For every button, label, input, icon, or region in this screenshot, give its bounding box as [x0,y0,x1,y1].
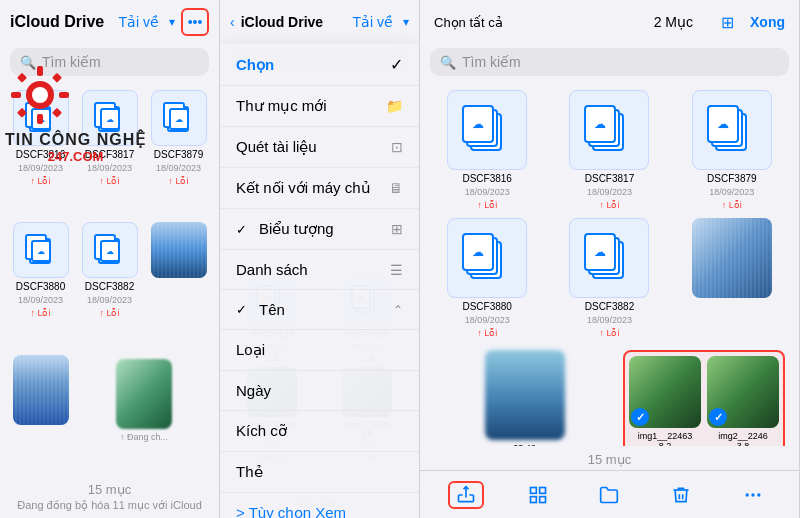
kich-co-label: Kích cỡ [236,422,287,440]
selected-files-group: ✓ img1__22463 8 2 22:47 ↑ Đang ch... ✓ i… [623,350,785,446]
file-date: 18/09/2023 [709,187,754,197]
file-date: 18/09/2023 [587,187,632,197]
right-count: 2 Mục [513,14,693,30]
list-item[interactable]: ☁ DSCF3816 18/09/2023 ↑ Lỗi [430,90,544,210]
file-status: ↑ Lỗi [168,176,188,186]
list-item[interactable]: ☁ DSCF3879 18/09/2023 ↑ Lỗi [148,90,209,214]
list-item[interactable] [675,218,789,338]
menu-item-thu-muc[interactable]: Thư mục mới 📁 [220,86,419,127]
list-item[interactable]: ☁ DSCF3882 18/09/2023 ↑ Lỗi [552,218,666,338]
file-name: img1__22463 8 2 [638,431,693,446]
thu-muc-label: Thư mục mới [236,97,327,115]
list-item[interactable]: ☁ DSCF3880 18/09/2023 ↑ Lỗi [430,218,544,338]
left-footer-sync: Đang đồng bộ hóa 11 mục với iCloud [10,499,209,512]
menu-item-ten[interactable]: ✓ Tên ⌃ [220,290,419,330]
ket-noi-label: Kết nối với máy chủ [236,179,371,197]
file-name: DSCF3879 [154,149,203,160]
list-item[interactable]: 22:46 ↑ Đang ch... [434,350,615,446]
left-panel: iCloud Drive Tải về ▾ ••• 🔍 Tìm kiếm [0,0,220,518]
file-date: 18/09/2023 [156,163,201,173]
list-item[interactable] [10,355,71,470]
file-date: 18/09/2023 [18,295,63,305]
svg-rect-3 [37,114,43,124]
file-name: DSCF3882 [85,281,134,292]
svg-rect-10 [530,487,536,493]
middle-download-btn[interactable]: Tải về [348,12,397,32]
more-options-btn[interactable]: ••• [181,8,209,36]
done-btn[interactable]: Xong [746,12,789,32]
file-status: ↑ Đang ch... [120,432,168,442]
file-status: ↑ Lỗi [99,176,119,186]
list-item[interactable]: ↑ Đang ch... [79,359,209,442]
share-icon [456,485,476,505]
grid-icon [528,485,548,505]
selected-files-row: 22:46 ↑ Đang ch... ✓ img1__22463 8 2 22:… [430,346,789,446]
menu-item-chon[interactable]: Chọn ✓ [220,44,419,86]
list-item[interactable] [148,222,209,346]
checkmark-icon: ✓ [390,55,403,74]
left-footer-count: 15 mục [10,482,209,497]
menu-item-bieu-tuong[interactable]: ✓ Biểu tượng ⊞ [220,209,419,250]
menu-item-tuy-chon[interactable]: > Tùy chọn Xem [220,493,419,518]
bieu-tuong-label: Biểu tượng [259,220,334,238]
right-search-placeholder: Tìm kiếm [462,54,521,70]
right-search-bar[interactable]: 🔍 Tìm kiếm [430,48,789,76]
svg-rect-2 [37,66,43,76]
logo-overlay: TIN CÔNG NGHỆ 247.COM [5,60,146,164]
svg-point-14 [746,493,749,496]
back-icon[interactable]: ‹ [230,14,235,30]
right-footer: 15 mục [420,446,799,470]
list-item[interactable]: ☁ DSCF3879 18/09/2023 ↑ Lỗi [675,90,789,210]
list-item[interactable]: ☁ DSCF3882 18/09/2023 ↑ Lỗi [79,222,140,346]
menu-item-ket-noi[interactable]: Kết nối với máy chủ 🖥 [220,168,419,209]
svg-rect-5 [59,92,69,98]
ten-label: Tên [259,301,285,318]
the-label: Thẻ [236,463,263,481]
folder-btn[interactable] [591,481,627,509]
list-item[interactable]: ✓ img2__2246 3 8 22:46 ↑ Lỗi [707,356,779,446]
right-panel: Chọn tất cả 2 Mục ⊞ Xong 🔍 Tìm kiếm ☁ DS… [420,0,800,518]
file-status: ↑ Lỗi [722,200,742,210]
danh-sach-label: Danh sách [236,261,308,278]
share-btn[interactable] [448,481,484,509]
file-date: 18/09/2023 [465,315,510,325]
menu-chon-label: Chọn [236,56,258,74]
menu-item-kich-co[interactable]: Kích cỡ [220,411,419,452]
grid-btn[interactable] [520,481,556,509]
selection-checkmark: ✓ [631,408,649,426]
list-item[interactable]: ☁ DSCF3880 18/09/2023 ↑ Lỗi [10,222,71,346]
middle-panel-header: ‹ iCloud Drive Tải về ▾ [220,0,419,44]
checkmark-ten-icon: ✓ [236,302,247,317]
list-icon: ☰ [390,262,403,278]
select-all-btn[interactable]: Chọn tất cả [430,13,507,32]
file-date: 18/09/2023 [87,295,132,305]
grid-view-icon[interactable]: ⊞ [721,13,734,32]
left-download-btn[interactable]: Tải về [114,12,163,32]
file-date: 18/09/2023 [87,163,132,173]
scan-icon: ⊡ [391,139,403,155]
right-bottom-toolbar [420,470,799,518]
menu-item-danh-sach[interactable]: Danh sách ☰ [220,250,419,290]
dots-icon: ••• [188,14,203,30]
monitor-icon: 🖥 [389,180,403,196]
trash-icon [671,485,691,505]
menu-item-quet[interactable]: Quét tài liệu ⊡ [220,127,419,168]
menu-item-loai[interactable]: Loại [220,330,419,371]
file-name: img2__2246 3 8 [718,431,768,446]
more-btn[interactable] [735,481,771,509]
file-name: DSCF3879 [707,173,756,184]
file-status: ↑ Lỗi [599,200,619,210]
quet-label: Quét tài liệu [236,138,317,156]
file-date: 18/09/2023 [465,187,510,197]
trash-btn[interactable] [663,481,699,509]
menu-item-ngay[interactable]: Ngày [220,371,419,411]
svg-rect-12 [530,496,536,502]
menu-item-the[interactable]: Thẻ [220,452,419,493]
middle-panel-title: iCloud Drive [241,14,343,30]
more-icon [743,485,763,505]
list-item[interactable]: ☁ DSCF3817 18/09/2023 ↑ Lỗi [552,90,666,210]
right-footer-count: 15 mục [588,452,631,467]
list-item[interactable]: ✓ img1__22463 8 2 22:47 ↑ Đang ch... [629,356,701,446]
file-status: ↑ Lỗi [30,176,50,186]
file-name: DSCF3880 [462,301,511,312]
